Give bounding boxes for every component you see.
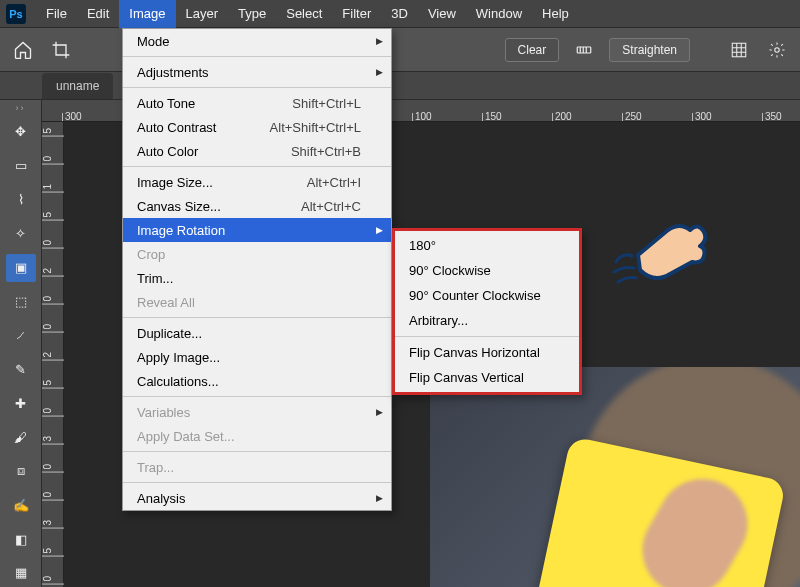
eyedropper-tool[interactable]: ✎ — [6, 355, 36, 383]
menu-bar: Ps FileEditImageLayerTypeSelectFilter3DV… — [0, 0, 800, 28]
menu-item-label: Reveal All — [137, 295, 195, 310]
menu-item-auto-contrast[interactable]: Auto ContrastAlt+Shift+Ctrl+L — [123, 115, 391, 139]
menu-image[interactable]: Image — [119, 0, 175, 28]
ruler-tick: 5 — [42, 128, 64, 137]
menu-item-shortcut: Alt+Ctrl+I — [283, 175, 361, 190]
menu-item-90-clockwise[interactable]: 90° Clockwise — [395, 258, 579, 283]
menu-item-label: Trap... — [137, 460, 174, 475]
menu-item-label: Auto Contrast — [137, 120, 217, 135]
menu-item-label: 90° Counter Clockwise — [409, 288, 541, 303]
menu-item-label: Arbitrary... — [409, 313, 468, 328]
menu-item-image-size[interactable]: Image Size...Alt+Ctrl+I — [123, 170, 391, 194]
document-tab[interactable]: unname — [42, 73, 113, 99]
menu-filter[interactable]: Filter — [332, 0, 381, 28]
ruler-tick: 200 — [552, 113, 572, 121]
menu-select[interactable]: Select — [276, 0, 332, 28]
menu-item-shortcut: Shift+Ctrl+B — [267, 144, 361, 159]
image-rotation-submenu: 180°90° Clockwise90° Counter ClockwiseAr… — [392, 228, 582, 395]
menu-item-flip-canvas-horizontal[interactable]: Flip Canvas Horizontal — [395, 340, 579, 365]
menu-item-label: Auto Tone — [137, 96, 195, 111]
menu-window[interactable]: Window — [466, 0, 532, 28]
svg-point-2 — [775, 47, 780, 52]
menu-item-adjustments[interactable]: Adjustments — [123, 60, 391, 84]
move-tool[interactable]: ✥ — [6, 118, 36, 146]
clone-stamp-tool[interactable]: ⧈ — [6, 457, 36, 485]
menu-item-flip-canvas-vertical[interactable]: Flip Canvas Vertical — [395, 365, 579, 390]
menu-item-label: Flip Canvas Horizontal — [409, 345, 540, 360]
menu-help[interactable]: Help — [532, 0, 579, 28]
menu-item-analysis[interactable]: Analysis — [123, 486, 391, 510]
menu-type[interactable]: Type — [228, 0, 276, 28]
ruler-tick: 0 — [42, 324, 64, 333]
panel-handle-icon[interactable]: ›› — [11, 106, 31, 112]
menu-file[interactable]: File — [36, 0, 77, 28]
menu-item-shortcut: Alt+Ctrl+C — [277, 199, 361, 214]
vertical-ruler: 50150200250300350 — [42, 122, 64, 587]
ruler-tick: 300 — [692, 113, 712, 121]
menu-item-label: Auto Color — [137, 144, 198, 159]
menu-item-apply-image[interactable]: Apply Image... — [123, 345, 391, 369]
options-bar: Clear Straighten — [0, 28, 800, 72]
menu-item-label: Image Size... — [137, 175, 213, 190]
ruler-tick: 5 — [42, 380, 64, 389]
marquee-tool[interactable]: ▭ — [6, 152, 36, 180]
menu-layer[interactable]: Layer — [176, 0, 229, 28]
menu-view[interactable]: View — [418, 0, 466, 28]
ruler-tick: 1 — [42, 184, 64, 193]
menu-item-label: Calculations... — [137, 374, 219, 389]
menu-item-label: Crop — [137, 247, 165, 262]
menu-item-label: Flip Canvas Vertical — [409, 370, 524, 385]
menu-item-arbitrary[interactable]: Arbitrary... — [395, 308, 579, 333]
document-tab-bar: unname — [0, 72, 800, 100]
crop-icon[interactable] — [48, 37, 74, 63]
ruler-tick: 350 — [762, 113, 782, 121]
clear-button[interactable]: Clear — [505, 38, 560, 62]
history-brush-tool[interactable]: ✍ — [6, 491, 36, 519]
frame-tool[interactable]: ⬚ — [6, 288, 36, 316]
ruler-tick: 150 — [482, 113, 502, 121]
ruler-tick: 300 — [62, 113, 82, 121]
ruler-tool[interactable]: ⟋ — [6, 322, 36, 350]
menu-item-180[interactable]: 180° — [395, 233, 579, 258]
canvas-image — [430, 367, 800, 587]
menu-item-90-counter-clockwise[interactable]: 90° Counter Clockwise — [395, 283, 579, 308]
eraser-tool[interactable]: ◧ — [6, 525, 36, 553]
menu-item-shortcut: Alt+Shift+Ctrl+L — [246, 120, 361, 135]
ruler-tick: 5 — [42, 548, 64, 557]
ruler-tick: 100 — [412, 113, 432, 121]
menu-3d[interactable]: 3D — [381, 0, 418, 28]
straighten-button[interactable]: Straighten — [609, 38, 690, 62]
pointing-hand-icon — [610, 200, 710, 300]
lasso-tool[interactable]: ⌇ — [6, 186, 36, 214]
menu-item-auto-tone[interactable]: Auto ToneShift+Ctrl+L — [123, 91, 391, 115]
menu-item-auto-color[interactable]: Auto ColorShift+Ctrl+B — [123, 139, 391, 163]
menu-item-calculations[interactable]: Calculations... — [123, 369, 391, 393]
ruler-tick: 2 — [42, 352, 64, 361]
menu-item-shortcut: Shift+Ctrl+L — [268, 96, 361, 111]
magic-wand-tool[interactable]: ✧ — [6, 220, 36, 248]
grid-icon[interactable] — [726, 37, 752, 63]
straighten-icon[interactable] — [571, 37, 597, 63]
menu-item-label: Mode — [137, 34, 170, 49]
home-icon[interactable] — [10, 37, 36, 63]
menu-edit[interactable]: Edit — [77, 0, 119, 28]
tool-strip: ›› ✥▭⌇✧▣⬚⟋✎✚🖌⧈✍◧▦ — [0, 100, 42, 587]
ruler-tick: 0 — [42, 464, 64, 473]
menu-item-label: 90° Clockwise — [409, 263, 491, 278]
gradient-tool[interactable]: ▦ — [6, 559, 36, 587]
menu-item-mode[interactable]: Mode — [123, 29, 391, 53]
menu-item-image-rotation[interactable]: Image Rotation — [123, 218, 391, 242]
menu-item-label: Variables — [137, 405, 190, 420]
ruler-tick: 5 — [42, 212, 64, 221]
healing-brush-tool[interactable]: ✚ — [6, 389, 36, 417]
menu-item-duplicate[interactable]: Duplicate... — [123, 321, 391, 345]
gear-icon[interactable] — [764, 37, 790, 63]
menu-item-canvas-size[interactable]: Canvas Size...Alt+Ctrl+C — [123, 194, 391, 218]
menu-item-trim[interactable]: Trim... — [123, 266, 391, 290]
brush-tool[interactable]: 🖌 — [6, 423, 36, 451]
menu-item-label: Duplicate... — [137, 326, 202, 341]
ruler-tick: 0 — [42, 576, 64, 585]
ruler-tick: 0 — [42, 408, 64, 417]
menu-item-reveal-all: Reveal All — [123, 290, 391, 314]
crop-tool[interactable]: ▣ — [6, 254, 36, 282]
